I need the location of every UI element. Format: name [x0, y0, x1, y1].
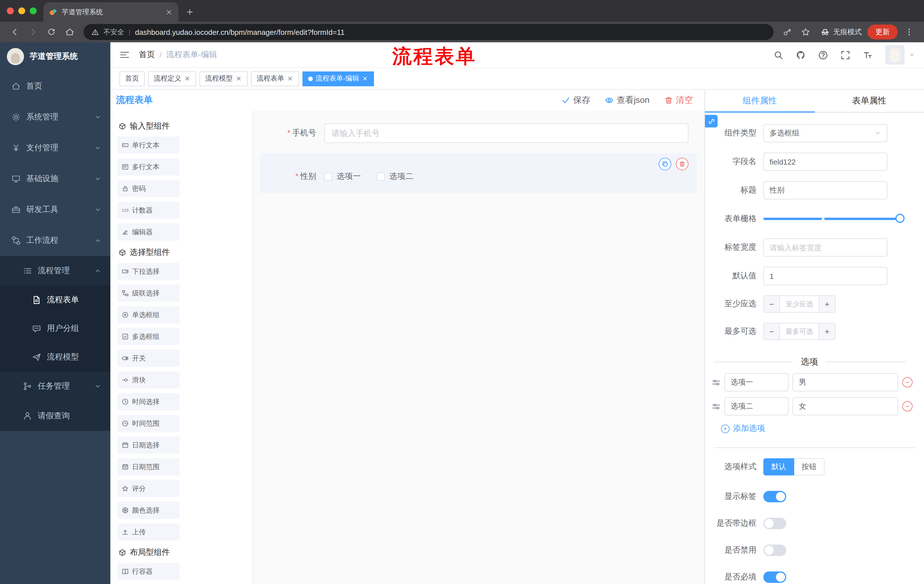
increment-button[interactable]: +	[819, 296, 835, 312]
palette-item-date-picker[interactable]: 日期选择	[117, 437, 180, 454]
drag-handle-icon[interactable]	[712, 402, 721, 411]
drag-handle-icon[interactable]	[712, 378, 721, 387]
palette-item-checkbox-group[interactable]: 多选框组	[117, 328, 180, 345]
window-close-button[interactable]	[7, 7, 14, 14]
disabled-switch[interactable]	[763, 545, 786, 556]
sidebar-item-process-model[interactable]: 流程模型	[0, 343, 111, 372]
view-json-button[interactable]: 查看json	[605, 95, 650, 106]
menu-dots-icon[interactable]	[904, 28, 914, 36]
avatar-caret-icon[interactable]	[909, 52, 915, 58]
palette-item-rate[interactable]: 评分	[117, 480, 180, 497]
sidebar-item-infrastructure[interactable]: 基础设施	[0, 163, 111, 194]
sidebar-item-process-management[interactable]: 流程管理	[0, 256, 111, 286]
palette-item-password[interactable]: 密码	[117, 180, 180, 197]
copy-widget-button[interactable]	[659, 158, 671, 170]
palette-item-color-picker[interactable]: 颜色选择	[117, 502, 180, 519]
sidebar-item-leave-query[interactable]: 请假查询	[0, 401, 111, 431]
palette-item-counter[interactable]: 计数器	[117, 202, 180, 219]
palette-item-time-range[interactable]: 时间范围	[117, 415, 180, 432]
slider-handle[interactable]	[895, 214, 904, 223]
palette-item-single-line-text[interactable]: 单行文本	[117, 137, 180, 154]
clear-button[interactable]: 清空	[664, 95, 693, 106]
field-name-input[interactable]	[763, 153, 888, 171]
sidebar-item-dev-tools[interactable]: 研发工具	[0, 194, 111, 225]
close-icon[interactable]	[184, 76, 190, 82]
decrement-button[interactable]: −	[764, 296, 780, 312]
save-button[interactable]: 保存	[562, 95, 591, 106]
browser-home-button[interactable]	[65, 28, 74, 36]
link-badge-icon[interactable]	[705, 115, 718, 127]
sidebar-item-workflow[interactable]: 工作流程	[0, 225, 111, 256]
tag-process-form-edit[interactable]: 流程表单-编辑	[302, 71, 374, 86]
default-value-input[interactable]	[763, 267, 888, 285]
tag-process-form[interactable]: 流程表单	[251, 71, 299, 86]
show-label-switch[interactable]	[763, 491, 786, 502]
bookmark-star-icon[interactable]	[801, 28, 810, 36]
max-select-input[interactable]	[780, 323, 819, 339]
remove-option-button[interactable]: −	[902, 401, 912, 411]
min-select-input[interactable]	[780, 296, 819, 312]
tag-process-model[interactable]: 流程模型	[200, 71, 248, 86]
window-minimize-button[interactable]	[18, 7, 25, 14]
help-icon[interactable]	[818, 50, 828, 60]
close-icon[interactable]	[287, 76, 293, 82]
gender-option-1-checkbox[interactable]: 选项一	[324, 171, 361, 182]
window-zoom-button[interactable]	[30, 7, 36, 14]
tag-process-definition[interactable]: 流程定义	[148, 71, 196, 86]
palette-item-upload[interactable]: 上传	[117, 523, 180, 541]
close-icon[interactable]	[362, 76, 368, 82]
font-size-icon[interactable]	[863, 50, 873, 60]
reload-button[interactable]	[47, 28, 56, 36]
style-default-button[interactable]: 默认	[763, 458, 794, 475]
browser-tab[interactable]: 芋道管理系统	[43, 2, 178, 22]
address-bar[interactable]: 不安全 | dashboard.yudao.iocoder.cn/bpm/man…	[84, 24, 774, 40]
forward-button[interactable]	[29, 28, 38, 36]
palette-item-multi-line-text[interactable]: 多行文本	[117, 158, 180, 175]
new-tab-button[interactable]	[182, 4, 198, 20]
sidebar-item-task-management[interactable]: 任务管理	[0, 372, 111, 401]
github-icon[interactable]	[796, 50, 806, 60]
label-width-input[interactable]	[763, 238, 888, 257]
breadcrumb-home[interactable]: 首页	[139, 50, 155, 60]
sidebar-item-system-management[interactable]: 系统管理	[0, 102, 111, 133]
tab-form-props[interactable]: 表单属性	[815, 90, 924, 112]
palette-item-dropdown[interactable]: 下拉选择	[117, 263, 180, 280]
search-icon[interactable]	[774, 50, 783, 60]
tab-component-props[interactable]: 组件属性	[705, 90, 815, 112]
delete-widget-button[interactable]	[676, 158, 688, 170]
sidebar-item-process-form[interactable]: 流程表单	[0, 286, 111, 314]
option-2-value-input[interactable]	[792, 397, 898, 415]
close-icon[interactable]	[236, 76, 242, 82]
sidebar-item-user-group[interactable]: 用户分组	[0, 314, 111, 343]
palette-item-time-picker[interactable]: 时间选择	[117, 393, 180, 410]
tag-home[interactable]: 首页	[119, 71, 145, 86]
form-grid-slider[interactable]	[763, 210, 888, 228]
sidebar-item-home[interactable]: 首页	[0, 71, 111, 102]
widget-gender-selected[interactable]: *性别 选项一 选项二	[260, 153, 696, 193]
required-switch[interactable]	[763, 571, 786, 583]
palette-item-radio-group[interactable]: 单选框组	[117, 306, 180, 323]
decrement-button[interactable]: −	[764, 323, 780, 339]
remove-option-button[interactable]: −	[902, 377, 912, 387]
form-canvas[interactable]: *手机号 *性别 选项一	[253, 111, 705, 584]
user-avatar[interactable]	[885, 45, 904, 64]
title-input[interactable]	[763, 181, 888, 199]
add-option-button[interactable]: + 添加选项	[721, 423, 888, 434]
gender-option-2-checkbox[interactable]: 选项二	[377, 171, 413, 182]
update-button[interactable]: 更新	[867, 25, 898, 39]
palette-item-row-container[interactable]: 行容器	[117, 563, 180, 580]
password-key-icon[interactable]	[783, 28, 792, 36]
palette-item-cascader[interactable]: 级联选择	[117, 285, 180, 302]
increment-button[interactable]: +	[819, 323, 835, 339]
option-2-label-input[interactable]	[724, 397, 789, 415]
palette-item-slider[interactable]: 滑块	[117, 372, 180, 388]
component-type-select[interactable]: 多选框组	[763, 124, 888, 142]
option-1-value-input[interactable]	[792, 373, 898, 392]
palette-item-switch[interactable]: 开关	[117, 350, 180, 367]
palette-item-editor[interactable]: 编辑器	[117, 224, 180, 240]
phone-input[interactable]	[324, 123, 688, 143]
border-switch[interactable]	[763, 518, 786, 529]
option-1-label-input[interactable]	[724, 373, 789, 392]
fullscreen-icon[interactable]	[840, 50, 850, 60]
style-button-button[interactable]: 按钮	[794, 458, 825, 475]
